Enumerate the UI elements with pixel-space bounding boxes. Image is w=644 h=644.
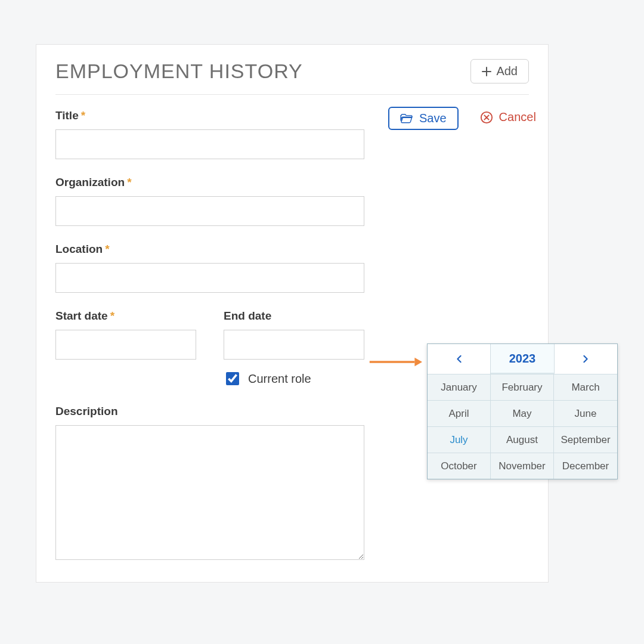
current-role-label: Current role xyxy=(248,372,311,386)
required-mark: * xyxy=(110,309,114,322)
year-label: 2023 xyxy=(509,352,536,366)
month-cell-june[interactable]: June xyxy=(554,400,617,426)
close-circle-icon xyxy=(480,111,493,124)
month-cell-july[interactable]: July xyxy=(428,426,491,453)
month-cell-march[interactable]: March xyxy=(554,374,617,400)
form-row-title-and-actions: Title* Save Cancel xyxy=(55,109,529,176)
month-cell-august[interactable]: August xyxy=(491,426,554,453)
plus-icon xyxy=(482,67,491,76)
month-picker-header: 2023 xyxy=(428,344,617,374)
organization-input[interactable] xyxy=(55,196,364,226)
title-label: Title* xyxy=(55,109,364,122)
month-grid: JanuaryFebruaryMarchAprilMayJuneJulyAugu… xyxy=(428,374,617,479)
required-mark: * xyxy=(105,243,109,255)
start-date-label: Start date* xyxy=(55,309,196,323)
month-cell-october[interactable]: October xyxy=(428,453,491,479)
next-year-button[interactable] xyxy=(555,344,617,374)
save-button[interactable]: Save xyxy=(388,107,459,130)
month-cell-february[interactable]: February xyxy=(491,374,554,400)
end-date-input[interactable] xyxy=(224,330,364,360)
year-button[interactable]: 2023 xyxy=(491,344,554,374)
month-picker-popover: 2023 JanuaryFebruaryMarchAprilMayJuneJul… xyxy=(427,343,618,479)
month-cell-may[interactable]: May xyxy=(491,400,554,426)
end-date-label: End date xyxy=(224,309,364,323)
title-input[interactable] xyxy=(55,129,364,159)
employment-history-panel: EMPLOYMENT HISTORY Add Title* Save xyxy=(36,44,549,583)
location-label: Location* xyxy=(55,243,529,256)
description-textarea[interactable] xyxy=(55,425,364,560)
month-cell-december[interactable]: December xyxy=(554,453,617,479)
month-cell-january[interactable]: January xyxy=(428,374,491,400)
cancel-button-label: Cancel xyxy=(499,110,536,124)
required-mark: * xyxy=(127,176,131,188)
save-button-label: Save xyxy=(419,112,447,125)
add-button[interactable]: Add xyxy=(470,59,529,83)
folder-open-icon xyxy=(400,113,413,124)
current-role-checkbox[interactable] xyxy=(226,372,239,385)
chevron-left-icon xyxy=(455,355,463,363)
month-cell-september[interactable]: September xyxy=(554,426,617,453)
current-role-row[interactable]: Current role xyxy=(224,370,364,387)
required-mark: * xyxy=(81,109,85,122)
month-cell-november[interactable]: November xyxy=(491,453,554,479)
location-input[interactable] xyxy=(55,263,364,293)
prev-year-button[interactable] xyxy=(428,344,491,374)
start-date-input[interactable] xyxy=(55,330,196,360)
add-button-label: Add xyxy=(496,64,518,78)
panel-header: EMPLOYMENT HISTORY Add xyxy=(55,59,529,95)
organization-label: Organization* xyxy=(55,176,529,189)
cancel-button[interactable]: Cancel xyxy=(480,110,536,124)
month-cell-april[interactable]: April xyxy=(428,400,491,426)
chevron-right-icon xyxy=(581,355,590,363)
section-title: EMPLOYMENT HISTORY xyxy=(55,60,303,83)
